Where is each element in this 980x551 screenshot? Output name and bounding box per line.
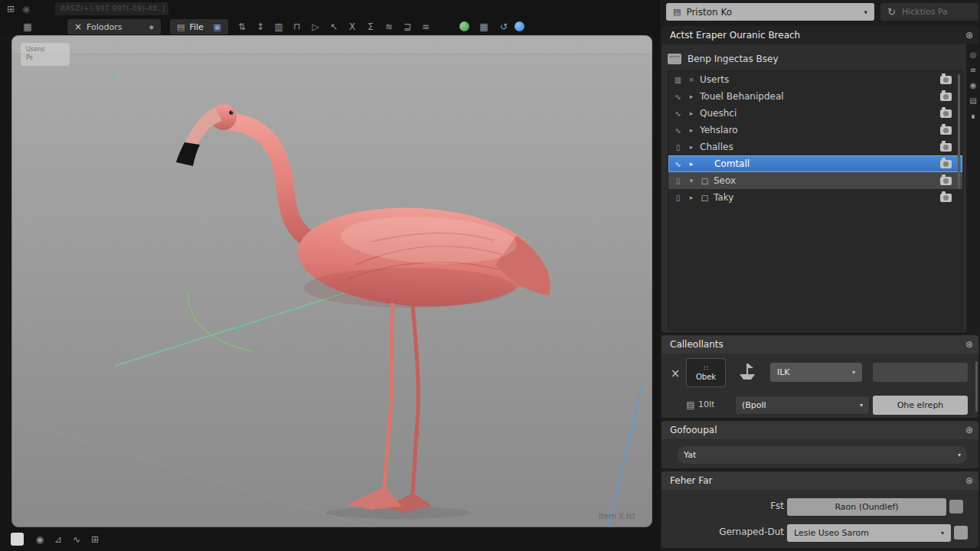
- outliner-header[interactable]: Actst Eraper Ouranic Breach ⊛: [662, 26, 978, 44]
- disclosure-icon[interactable]: ▸: [687, 126, 696, 134]
- outliner-row-seox[interactable]: ▯ ▾ □ Seox: [668, 172, 962, 189]
- camera-icon[interactable]: [940, 194, 952, 202]
- outliner-row-taky[interactable]: ▯ ▸ □ Taky: [668, 189, 962, 206]
- panel-scrollbar[interactable]: [975, 361, 978, 412]
- camera-icon[interactable]: [940, 177, 952, 185]
- camera-icon[interactable]: [940, 109, 952, 118]
- right-panel: ▤ Priston Ko ▾ ↻ Hicktios Pa Actst Erape…: [660, 0, 980, 551]
- tool-height-icon[interactable]: ↕: [253, 19, 268, 34]
- feher-header-label: Feher Far: [670, 475, 712, 486]
- diamond-icon: ◆: [149, 24, 154, 31]
- tool-container-icon[interactable]: ⊓: [289, 19, 305, 34]
- tab-object-icon[interactable]: ∎: [968, 110, 978, 121]
- disclosure-open-icon[interactable]: ▾: [687, 177, 696, 184]
- viewport-status-label: Item X.Ist: [599, 512, 635, 520]
- row-type-icon: ∿: [673, 160, 683, 168]
- gofooupal-header[interactable]: Gofooupal ⊛: [662, 421, 978, 439]
- render-button[interactable]: ↻ Hicktios Pa: [880, 3, 978, 21]
- tab-render-icon[interactable]: ◎: [968, 49, 978, 60]
- row-label: Userts: [700, 74, 729, 85]
- camera-icon[interactable]: [940, 143, 952, 152]
- row-type-icon: ▯: [673, 143, 683, 152]
- remove-icon[interactable]: ×: [668, 366, 683, 381]
- list-icon: ▤: [683, 397, 698, 412]
- tool-x-axis-icon[interactable]: X: [345, 19, 360, 34]
- grid-small-icon[interactable]: ⊞: [87, 532, 103, 547]
- camera-icon[interactable]: [940, 76, 952, 84]
- obek-button[interactable]: ∷ Obek: [686, 358, 726, 387]
- tool-waves-icon[interactable]: ≋: [381, 19, 397, 34]
- fst-select[interactable]: Raon (Oundlef): [787, 498, 946, 516]
- keyboard-icon[interactable]: ▦: [20, 19, 35, 34]
- tab-view-icon[interactable]: ◉: [968, 80, 978, 90]
- gear-icon[interactable]: ⊛: [965, 425, 973, 435]
- tool-sort-icon[interactable]: ⇅: [234, 19, 250, 34]
- tool-grid-icon[interactable]: ▦: [476, 19, 492, 34]
- window-tab[interactable]: RASZ(+)-99T 99T(-09)-4B. J: [55, 2, 168, 15]
- app-window: ⊞ ◉ RASZ(+)-99T 99T(-09)-4B. J ▦ × Folod…: [0, 0, 980, 551]
- tool-menu-icon[interactable]: ≡: [418, 19, 433, 34]
- file-menu[interactable]: ▤ File ▣: [170, 19, 228, 34]
- wave-icon[interactable]: ∿: [69, 532, 84, 547]
- tool-sum-icon[interactable]: Σ: [363, 19, 378, 34]
- tab-collection-icon[interactable]: ▤: [968, 95, 978, 106]
- mode-select[interactable]: × Folodors ◆: [67, 19, 161, 34]
- globe-icon[interactable]: [459, 21, 469, 31]
- outliner-row-yehslaro[interactable]: ∿ ▸ Yehslaro: [668, 122, 962, 139]
- gernaped-select[interactable]: Lesie Useo Sarom ▾: [787, 524, 951, 542]
- ilk-select[interactable]: ILK ▾: [770, 363, 862, 382]
- gernaped-extra-button[interactable]: [954, 526, 968, 540]
- tool-texture-icon[interactable]: ▥: [271, 19, 286, 34]
- disabled-field: [873, 363, 968, 382]
- viewport-info-overlay: Usens Ps: [21, 43, 70, 66]
- row-type-icon: ∿: [673, 109, 683, 118]
- scene-name-value: Priston Ko: [686, 7, 732, 18]
- dots-grid-icon: ∷: [704, 365, 708, 372]
- bpoll-select[interactable]: (Bpoll ▾: [735, 396, 870, 415]
- record-icon[interactable]: ◉: [32, 532, 47, 547]
- tool-cursor-icon[interactable]: ↖: [326, 19, 341, 34]
- collection-icon: [668, 54, 681, 64]
- gernaped-select-value: Lesie Useo Sarom: [794, 528, 869, 538]
- outliner-row-challes[interactable]: ▯ ▸ Challes: [668, 139, 962, 155]
- tab-output-icon[interactable]: ≡: [968, 64, 978, 75]
- viewport-canvas[interactable]: [11, 35, 652, 527]
- camera-icon[interactable]: [940, 93, 952, 101]
- outliner-row-userts[interactable]: ▥ × Userts: [668, 71, 962, 88]
- gear-icon[interactable]: ⊛: [965, 476, 973, 485]
- close-icon[interactable]: ×: [74, 21, 82, 32]
- row-label: Queshci: [700, 108, 737, 119]
- outliner-scrollbar[interactable]: [958, 74, 960, 189]
- disclosure-icon[interactable]: ▸: [687, 194, 696, 201]
- feher-header[interactable]: Feher Far ⊛: [662, 471, 978, 490]
- collection-row[interactable]: Benp Ingectas Bsey: [668, 51, 779, 67]
- disclosure-icon[interactable]: ▸: [687, 160, 696, 168]
- ship-icon[interactable]: [737, 360, 758, 383]
- viewport-3d[interactable]: Usens Ps Item X.Ist: [11, 35, 652, 527]
- tool-play-icon[interactable]: ▷: [308, 19, 323, 34]
- row-toggle-icon[interactable]: ×: [687, 76, 696, 83]
- app-menu-icon[interactable]: ⊞: [3, 2, 18, 17]
- ohe-button[interactable]: Ohe elreph: [873, 396, 968, 415]
- outliner-row-queshci[interactable]: ∿ ▸ Queshci: [668, 105, 962, 122]
- fst-extra-button[interactable]: [949, 500, 963, 514]
- yat-select[interactable]: Yat ▾: [677, 445, 968, 465]
- scene-name-select[interactable]: ▤ Priston Ko ▾: [666, 3, 874, 21]
- constraints-header[interactable]: Calleollants ⊛: [662, 335, 978, 354]
- tool-bucket-icon[interactable]: ⊒: [400, 19, 415, 34]
- color-swatch[interactable]: [11, 533, 24, 546]
- camera-icon[interactable]: [940, 126, 952, 135]
- gear-icon[interactable]: ⊛: [965, 31, 973, 40]
- gear-icon[interactable]: ⊛: [965, 340, 973, 349]
- refresh-icon: ↻: [887, 6, 896, 18]
- disclosure-icon[interactable]: ▸: [687, 93, 696, 100]
- outliner-row-touel[interactable]: ∿ ▸ Touel Behanipdeal: [668, 88, 962, 105]
- disclosure-icon[interactable]: ▸: [687, 109, 696, 117]
- sphere-icon[interactable]: [514, 21, 524, 31]
- disclosure-icon[interactable]: ▸: [687, 143, 696, 151]
- flamingo-model[interactable]: [176, 104, 550, 519]
- outliner-row-comtall-selected[interactable]: ∿ ▸ Comtall: [668, 155, 962, 172]
- camera-icon[interactable]: [940, 160, 952, 168]
- triangle-icon[interactable]: ⊿: [51, 532, 66, 547]
- orbit-icon[interactable]: ↺: [496, 19, 511, 34]
